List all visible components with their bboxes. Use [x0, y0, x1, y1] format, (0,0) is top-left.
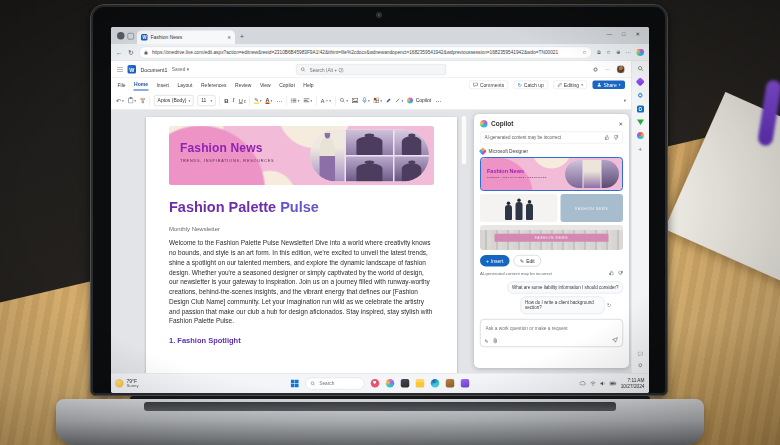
refresh-icon[interactable]: ↻ — [128, 49, 133, 57]
thumbs-up-icon[interactable] — [609, 271, 614, 276]
catch-up-button[interactable]: ↻ Catch up — [514, 80, 548, 89]
taskbar-app-icon-2[interactable] — [401, 379, 410, 388]
back-icon[interactable]: ← — [116, 49, 123, 57]
thumbs-down-icon[interactable] — [614, 135, 619, 140]
file-explorer-icon[interactable] — [416, 379, 425, 388]
taskbar-search-input[interactable] — [318, 380, 353, 387]
paste-button[interactable]: ▾ — [128, 97, 136, 104]
taskbar-search[interactable] — [305, 377, 364, 389]
sidebar-m365-icon[interactable] — [637, 132, 644, 139]
copilot-input-box[interactable]: ✎ — [480, 319, 623, 347]
browser-tab[interactable]: W Fashion News ✕ — [137, 31, 235, 45]
new-tab-button[interactable]: + — [240, 33, 244, 41]
collections-icon[interactable]: ⊕ — [616, 50, 620, 56]
favorites-star-icon[interactable]: ☆ — [582, 50, 586, 56]
font-color-button[interactable]: A▾ — [266, 97, 273, 104]
edit-button[interactable]: ✎Edit — [513, 255, 541, 267]
editing-mode-button[interactable]: Editing▾ — [553, 80, 587, 89]
align-button[interactable]: ▾ — [304, 98, 313, 103]
favorites-bar-icon[interactable]: ☆ — [606, 50, 610, 56]
copilot-close-icon[interactable]: ✕ — [618, 121, 623, 128]
browser-menu-icon[interactable]: ⋯ — [626, 50, 631, 56]
document-title[interactable]: Document1 — [141, 66, 168, 72]
window-maximize-button[interactable]: □ — [622, 31, 625, 37]
newsletter-banner-image[interactable]: Fashion News TRENDS, INSPIRATIONS, RESOU… — [169, 126, 434, 185]
sidebar-chat-icon[interactable] — [638, 352, 644, 357]
window-close-button[interactable]: ✕ — [635, 31, 640, 38]
share-button[interactable]: Share▾ — [592, 80, 625, 89]
underline-button[interactable]: U▾ — [239, 97, 246, 104]
generated-image-option-4[interactable]: FASHION NEWS — [480, 225, 623, 250]
tab-help[interactable]: Help — [303, 79, 314, 90]
battery-icon[interactable] — [610, 381, 617, 385]
generated-image-option-2[interactable] — [480, 194, 558, 222]
dictate-button[interactable]: ▾ — [362, 97, 370, 104]
find-button[interactable]: ▾ — [340, 98, 348, 104]
more-font-options-icon[interactable]: ⋯ — [276, 97, 282, 104]
add-ins-button[interactable]: ▾ — [374, 98, 382, 104]
sidebar-copilot-icon[interactable] — [636, 77, 645, 86]
bullet-list-button[interactable]: ▾ — [291, 98, 300, 103]
taskbar-clock[interactable]: 7:11 AM 10/27/2024 — [621, 377, 645, 389]
sidebar-search-icon[interactable] — [637, 66, 643, 72]
split-screen-icon[interactable]: ⧉ — [597, 49, 601, 55]
format-painter-button[interactable] — [140, 97, 146, 103]
styles-button[interactable]: A✦▾ — [321, 97, 331, 103]
collapse-ribbon-icon[interactable]: ▾ — [624, 98, 626, 103]
browser-profile-icon[interactable] — [117, 32, 125, 40]
auto-format-button[interactable]: ▾ — [395, 98, 403, 104]
sidebar-drop-icon[interactable] — [637, 120, 644, 126]
weather-widget[interactable]: 79°F Sunny — [115, 378, 139, 389]
volume-icon[interactable] — [600, 381, 606, 386]
font-name-select[interactable]: Aptos (Body)▾ — [154, 95, 194, 106]
copilot-input[interactable] — [485, 325, 619, 332]
thumbs-down-icon[interactable] — [618, 271, 623, 276]
generated-image-option-3[interactable]: FASHION NEWS — [561, 194, 623, 222]
user-avatar[interactable] — [617, 65, 626, 74]
font-size-select[interactable]: 11▾ — [198, 95, 216, 106]
send-icon[interactable] — [612, 337, 618, 345]
taskbar-app-icon-4[interactable] — [461, 379, 470, 388]
tab-review[interactable]: Review — [235, 79, 252, 90]
edge-copilot-icon[interactable] — [637, 49, 645, 57]
sidebar-settings-icon[interactable] — [638, 363, 644, 369]
tab-copilot[interactable]: Copilot — [279, 79, 296, 90]
tab-file[interactable]: File — [117, 79, 126, 90]
bold-button[interactable]: B — [224, 97, 228, 104]
settings-gear-icon[interactable] — [593, 66, 599, 72]
wifi-icon[interactable] — [590, 381, 596, 386]
window-minimize-button[interactable]: — — [607, 31, 613, 37]
address-bar[interactable]: ☆ — [139, 46, 592, 58]
prompt-ideas-icon[interactable]: ✎ — [485, 338, 489, 344]
toolbar-overflow-icon[interactable]: ⋯ — [435, 97, 441, 104]
tab-insert[interactable]: Insert — [156, 79, 170, 90]
tab-close-icon[interactable]: ✕ — [227, 35, 231, 40]
sidebar-outlook-icon[interactable]: O — [637, 106, 644, 113]
url-input[interactable] — [151, 49, 579, 56]
sidebar-add-icon[interactable]: + — [638, 146, 642, 154]
onedrive-cloud-icon[interactable] — [580, 381, 587, 386]
taskbar-app-icon-3[interactable] — [446, 379, 455, 388]
comments-button[interactable]: Comments — [469, 80, 508, 89]
tab-references[interactable]: References — [200, 79, 227, 90]
header-menu-icon[interactable]: ⋯ — [605, 67, 610, 73]
taskbar-app-icon-1[interactable] — [371, 379, 380, 388]
regenerate-icon[interactable]: ↻ — [607, 302, 611, 308]
attach-icon[interactable] — [493, 338, 498, 344]
suggestion-bubble-1[interactable]: What are some liability information I sh… — [507, 282, 623, 294]
tab-layout[interactable]: Layout — [177, 79, 193, 90]
insert-image-button[interactable] — [352, 98, 358, 103]
undo-button[interactable]: ↶▾ — [116, 97, 124, 104]
word-search-box[interactable] — [296, 64, 446, 75]
word-search-input[interactable] — [309, 66, 442, 73]
insert-button[interactable]: +Insert — [480, 255, 509, 267]
copilot-toolbar-button[interactable]: Copilot — [407, 97, 431, 103]
taskbar-copilot-icon[interactable] — [386, 379, 395, 388]
edge-icon[interactable] — [431, 379, 440, 388]
document-page[interactable]: Fashion News TRENDS, INSPIRATIONS, RESOU… — [146, 117, 457, 373]
tab-home[interactable]: Home — [134, 79, 149, 91]
italic-button[interactable]: I — [233, 97, 235, 105]
draw-button[interactable] — [386, 98, 391, 103]
generated-image-selected[interactable]: Fashion News TRENDS, INSPIRATIONS, RESOU… — [480, 157, 623, 191]
highlight-color-button[interactable]: ✎▾ — [254, 97, 261, 104]
